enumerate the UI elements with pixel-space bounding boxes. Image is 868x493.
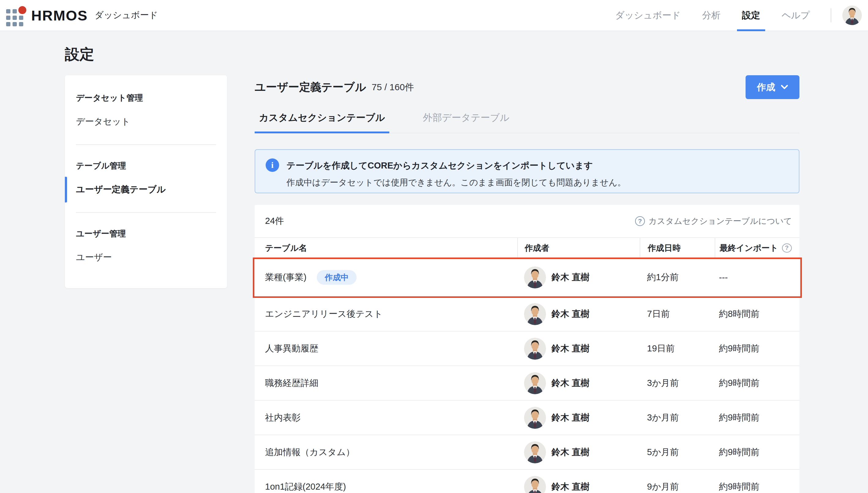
sidebar-divider: [76, 144, 216, 145]
creator-avatar: [524, 476, 546, 493]
cell-created-at: 3か月前: [640, 401, 715, 434]
table-row[interactable]: 職務経歴詳細 鈴木 直樹 3か月前 約9時間前: [255, 366, 800, 401]
last-import: 約9時間前: [719, 412, 759, 424]
table-type-tabs: カスタムセクションテーブル 外部データテーブル: [255, 111, 800, 133]
cell-created-at: 9か月前: [640, 470, 715, 493]
creator-avatar: [524, 338, 546, 360]
main-title-row: ユーザー定義テーブル 75 / 160件 作成: [255, 75, 800, 99]
main-content: ユーザー定義テーブル 75 / 160件 作成 カスタムセクションテーブル 外部…: [255, 75, 800, 493]
hrmos-logo-icon: [5, 5, 27, 26]
logo-red-dot-icon: [18, 6, 26, 14]
creator-name: 鈴木 直樹: [552, 446, 590, 458]
cell-creator: 鈴木 直樹: [517, 470, 640, 493]
sidebar-item-label: ユーザー定義テーブル: [76, 185, 166, 194]
cell-creator: 鈴木 直樹: [517, 435, 640, 469]
table-row[interactable]: 追加情報（カスタム） 鈴木 直樹 5か月前 約9時間前: [255, 435, 800, 470]
table-row[interactable]: 社内表彰 鈴木 直樹 3か月前 約9時間前: [255, 401, 800, 435]
cell-table-name: 社内表彰: [255, 401, 517, 434]
help-link-label: カスタムセクションテーブルについて: [648, 216, 792, 227]
cell-table-name: 職務経歴詳細: [255, 366, 517, 400]
create-button[interactable]: 作成: [746, 75, 800, 99]
creator-name: 鈴木 直樹: [552, 343, 590, 355]
col-header-creator: 作成者: [517, 238, 640, 258]
nav-item-help[interactable]: ヘルプ: [781, 0, 810, 30]
created-at: 9か月前: [647, 481, 679, 493]
cell-last-import: 約9時間前: [715, 435, 800, 469]
table-name: 1on1記録(2024年度): [265, 481, 346, 493]
nav-item-settings[interactable]: 設定: [741, 0, 761, 30]
global-nav: ダッシュボード 分析 設定 ヘルプ: [615, 0, 810, 30]
table-row[interactable]: 人事異動履歴 鈴木 直樹 19日前 約9時間前: [255, 331, 800, 366]
col-header-created-at: 作成日時: [640, 238, 715, 258]
cell-creator: 鈴木 直樹: [517, 297, 640, 331]
table-count: 24件: [265, 215, 284, 227]
banner-body: 作成中はデータセットでは使用できません。このまま画面を閉じても問題ありません。: [287, 177, 626, 188]
user-avatar[interactable]: [842, 5, 862, 25]
hrmos-logo[interactable]: HRMOS ダッシュボード: [5, 5, 158, 26]
sidebar-item-user[interactable]: ユーザー: [65, 242, 227, 273]
nav-item-analytics[interactable]: 分析: [702, 0, 721, 30]
cell-created-at: 19日前: [640, 331, 715, 365]
cell-created-at: 約1分前: [640, 258, 715, 296]
cell-last-import: 約9時間前: [715, 366, 800, 400]
table-name: 人事異動履歴: [265, 343, 318, 355]
nav-item-dashboard[interactable]: ダッシュボード: [615, 0, 681, 30]
cell-last-import: 約9時間前: [715, 401, 800, 434]
help-link[interactable]: ? カスタムセクションテーブルについて: [635, 216, 792, 227]
section-title: ユーザー定義テーブル: [255, 80, 366, 95]
banner-title: テーブルを作成してCOREからカスタムセクションをインポートしています: [287, 159, 626, 172]
logo-subtitle: ダッシュボード: [95, 9, 158, 21]
tab-custom-section-table[interactable]: カスタムセクションテーブル: [255, 111, 389, 133]
info-banner: i テーブルを作成してCOREからカスタムセクションをインポートしています 作成…: [255, 149, 800, 193]
cell-table-name: 人事異動履歴: [255, 331, 517, 365]
table-header-row: テーブル名 作成者 作成日時 最終インポート ?: [255, 237, 800, 258]
cell-creator: 鈴木 直樹: [517, 258, 640, 296]
table-name: 追加情報（カスタム）: [265, 446, 355, 458]
table-row[interactable]: エンジニアリリース後テスト 鈴木 直樹 7日前 約8時間前: [255, 297, 800, 331]
table-toolbar: 24件 ? カスタムセクションテーブルについて: [255, 205, 800, 237]
cell-creator: 鈴木 直樹: [517, 331, 640, 365]
creator-name: 鈴木 直樹: [552, 412, 590, 424]
last-import: 約9時間前: [719, 481, 759, 493]
custom-section-table-card: 24件 ? カスタムセクションテーブルについて テーブル名 作成者 作成日時 最…: [255, 205, 800, 493]
table-name: 職務経歴詳細: [265, 377, 318, 389]
col-header-last-import: 最終インポート ?: [715, 238, 800, 258]
sidebar-heading-user-management: ユーザー管理: [65, 220, 227, 242]
cell-last-import: 約9時間前: [715, 470, 800, 493]
creator-name: 鈴木 直樹: [552, 308, 590, 320]
logo-wordmark: HRMOS: [31, 7, 88, 24]
app-header: HRMOS ダッシュボード ダッシュボード 分析 設定 ヘルプ: [0, 0, 868, 31]
cell-last-import: ---: [715, 258, 800, 296]
col-header-table-name: テーブル名: [255, 238, 517, 258]
creator-avatar: [524, 303, 546, 325]
sidebar-item-user-defined-table[interactable]: ユーザー定義テーブル: [65, 174, 227, 205]
last-import: 約9時間前: [719, 343, 759, 355]
col-header-last-import-label: 最終インポート: [720, 242, 778, 254]
table-row[interactable]: 業種(事業) 作成中 鈴木 直樹 約1分前 ---: [255, 258, 800, 297]
question-icon[interactable]: ?: [782, 243, 792, 253]
created-at: 5か月前: [647, 446, 679, 458]
cell-table-name: 追加情報（カスタム）: [255, 435, 517, 469]
table-row[interactable]: 1on1記録(2024年度) 鈴木 直樹 9か月前 約9時間前: [255, 470, 800, 493]
creator-name: 鈴木 直樹: [552, 481, 590, 493]
tab-external-data-table[interactable]: 外部データテーブル: [419, 111, 514, 133]
created-at: 3か月前: [647, 412, 679, 424]
created-at: 約1分前: [647, 271, 679, 283]
cell-created-at: 7日前: [640, 297, 715, 331]
last-import: 約9時間前: [719, 377, 759, 389]
cell-created-at: 3か月前: [640, 366, 715, 400]
cell-created-at: 5か月前: [640, 435, 715, 469]
status-badge: 作成中: [317, 270, 356, 285]
last-import: ---: [719, 273, 728, 283]
sidebar-heading-dataset-management: データセット管理: [65, 84, 227, 106]
record-count: 75 / 160件: [372, 81, 414, 93]
last-import: 約8時間前: [719, 308, 759, 320]
cell-creator: 鈴木 直樹: [517, 366, 640, 400]
sidebar-item-dataset[interactable]: データセット: [65, 106, 227, 137]
cell-creator: 鈴木 直樹: [517, 401, 640, 434]
creator-name: 鈴木 直樹: [552, 377, 590, 389]
sidebar-heading-table-management: テーブル管理: [65, 152, 227, 174]
cell-table-name: 業種(事業) 作成中: [255, 258, 517, 296]
sidebar-divider: [76, 212, 216, 213]
creator-avatar: [524, 407, 546, 429]
